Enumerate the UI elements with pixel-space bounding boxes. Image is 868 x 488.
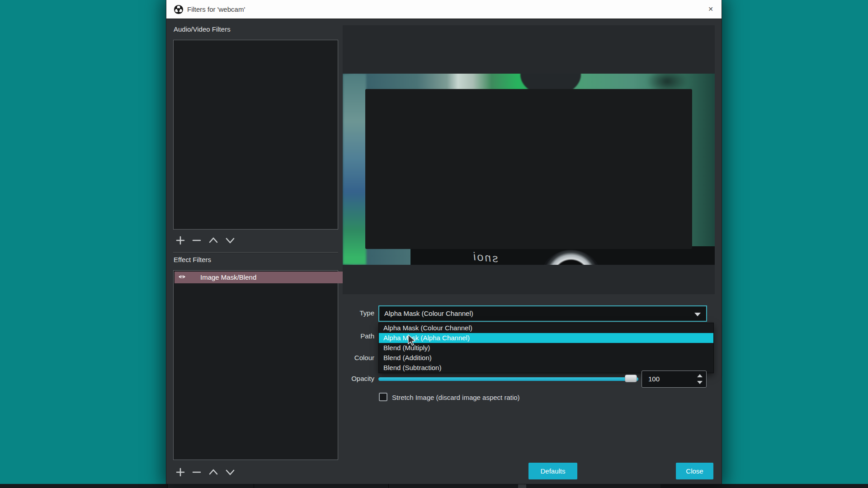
colour-label: Colour — [334, 354, 374, 361]
list-item-image-mask-blend[interactable]: Image Mask/Blend — [175, 272, 356, 283]
opacity-label: Opacity — [334, 375, 374, 382]
type-dropdown[interactable]: Alpha Mask (Colour Channel) — [378, 305, 707, 322]
effect-filters-label: Effect Filters — [174, 256, 211, 263]
type-dropdown-popup: Alpha Mask (Colour Channel) Alpha Mask (… — [378, 323, 714, 373]
opacity-slider[interactable] — [378, 377, 638, 381]
remove-icon[interactable] — [191, 466, 203, 478]
close-button[interactable]: Close — [676, 463, 713, 479]
status-bar-knob — [518, 484, 526, 488]
spin-up-icon[interactable] — [697, 374, 703, 377]
status-bar-behind — [0, 484, 868, 488]
path-label: Path — [334, 332, 374, 340]
filters-dialog: Filters for 'webcam' ✕ Audio/Video Filte… — [166, 0, 722, 484]
dialog-titlebar[interactable]: Filters for 'webcam' ✕ — [166, 0, 722, 19]
eye-icon[interactable] — [178, 273, 186, 281]
dropdown-arrow-icon — [694, 313, 701, 316]
defaults-button[interactable]: Defaults — [528, 463, 577, 479]
move-down-icon[interactable] — [224, 235, 236, 246]
status-bar-segment — [167, 484, 254, 488]
add-icon[interactable] — [175, 235, 186, 246]
status-bar-segment — [524, 484, 660, 488]
dialog-title: Filters for 'webcam' — [187, 0, 245, 19]
alpha-mask-black-rectangle — [365, 89, 692, 249]
screen: Filters for 'webcam' ✕ Audio/Video Filte… — [0, 0, 868, 488]
opacity-spinbox[interactable]: 100 — [642, 371, 707, 388]
filter-preview: snoi — [343, 25, 715, 294]
dropdown-option-alpha-mask-colour[interactable]: Alpha Mask (Colour Channel) — [379, 323, 713, 333]
effect-filters-list[interactable]: Image Mask/Blend — [173, 270, 338, 460]
move-up-icon[interactable] — [208, 235, 219, 246]
opacity-slider-handle[interactable] — [625, 375, 637, 382]
type-dropdown-value: Alpha Mask (Colour Channel) — [384, 310, 473, 317]
panel-separator — [173, 252, 338, 253]
remove-icon[interactable] — [191, 235, 203, 246]
webcam-video-preview: snoi — [343, 74, 715, 265]
stretch-image-checkbox[interactable] — [379, 393, 387, 401]
audio-video-filters-list[interactable] — [173, 40, 338, 230]
audio-video-filters-label: Audio/Video Filters — [174, 25, 231, 33]
move-down-icon[interactable] — [224, 466, 236, 478]
dropdown-option-blend-addition[interactable]: Blend (Addition) — [379, 353, 713, 363]
dropdown-option-blend-multiply[interactable]: Blend (Multiply) — [379, 343, 713, 353]
video-background-blur — [343, 74, 366, 265]
obs-logo-icon — [174, 5, 184, 14]
status-bar-segment — [388, 484, 524, 488]
opacity-value[interactable]: 100 — [648, 371, 660, 387]
close-icon[interactable]: ✕ — [703, 0, 719, 19]
type-label: Type — [334, 309, 374, 317]
status-bar-segment — [254, 484, 388, 488]
dropdown-option-alpha-mask-alpha[interactable]: Alpha Mask (Alpha Channel) — [379, 333, 713, 343]
spin-down-icon[interactable] — [697, 381, 703, 384]
stretch-image-label: Stretch Image (discard image aspect rati… — [392, 394, 520, 401]
move-up-icon[interactable] — [208, 466, 219, 478]
mirrored-glass-text: snoi — [472, 250, 499, 265]
add-icon[interactable] — [175, 466, 186, 478]
